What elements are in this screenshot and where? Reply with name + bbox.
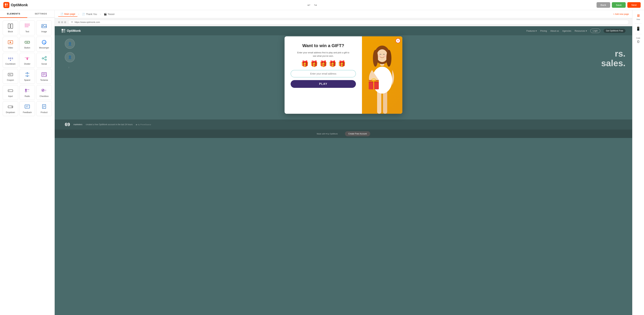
element-video[interactable]: Video	[3, 37, 18, 52]
stats-text: marketers	[73, 123, 82, 126]
element-label-button: Button	[24, 46, 30, 49]
countdown-icon: 3:2:1	[8, 55, 14, 62]
svg-line-26	[44, 59, 45, 60]
element-feedback[interactable]: Feedback	[20, 101, 35, 116]
element-divider[interactable]: Divider	[20, 53, 35, 68]
svg-rect-63	[377, 90, 381, 114]
svg-rect-46	[42, 89, 44, 91]
svg-rect-7	[25, 25, 30, 26]
preview-nav-links: Features ▾ Pricing About us Agencies Res…	[526, 28, 626, 33]
main-layout: ELEMENTS SETTINGS Block	[0, 10, 644, 315]
create-account-btn[interactable]: Create Free Account	[345, 131, 370, 136]
element-image[interactable]: Image	[36, 20, 52, 35]
popup-close-button[interactable]: ✕	[396, 38, 400, 43]
next-button[interactable]: Next	[627, 2, 641, 8]
svg-point-22	[45, 56, 46, 58]
svg-rect-54	[42, 104, 46, 108]
popup-woman-image	[362, 36, 402, 114]
gift-5: 🎁	[338, 60, 346, 67]
coupon-icon: %	[8, 72, 14, 78]
divider-icon	[24, 55, 30, 62]
undo-redo-group: ↩ ↪	[306, 2, 318, 8]
browser-dots	[58, 21, 66, 23]
svg-point-77	[384, 55, 386, 57]
popup-right	[362, 36, 402, 114]
dot-2	[61, 21, 63, 23]
dropdown-icon	[8, 104, 14, 110]
right-panel: 🖥 View 📱 Code ⟨⟩	[632, 10, 644, 315]
element-text[interactable]: Text	[20, 20, 35, 35]
header-center: ↩ ↪	[306, 2, 318, 8]
undo-button[interactable]: ↩	[306, 2, 311, 8]
svg-text:GO: GO	[26, 42, 28, 43]
svg-rect-64	[383, 90, 387, 114]
tab-elements[interactable]: ELEMENTS	[0, 10, 27, 18]
gift-2: 🎁	[310, 60, 318, 67]
element-button[interactable]: GO Button	[20, 37, 35, 52]
save-button[interactable]: Save	[612, 2, 626, 8]
browser-url-bar[interactable]: 👁 https://www.optimonk.com	[68, 20, 629, 24]
element-label-coupon: Coupon	[7, 79, 14, 81]
stats-source: ▶ by ProveSource	[136, 124, 151, 126]
svg-rect-3	[6, 5, 8, 6]
header-actions: Back Save Next	[596, 2, 641, 8]
page-tabs-left: 📄 Main page › 📄 Thank You › 🎬 Teaser	[58, 12, 117, 17]
svg-rect-0	[5, 4, 6, 5]
view-mobile-option[interactable]: 📱	[633, 25, 643, 32]
preview-navbar: OptiMonk Features ▾ Pricing About us Age…	[55, 26, 632, 35]
canvas-area: 📄 Main page › 📄 Thank You › 🎬 Teaser + A…	[55, 10, 632, 315]
code-option[interactable]: Code ⟨⟩	[633, 36, 643, 45]
svg-rect-5	[11, 24, 13, 28]
left-sidebar: ELEMENTS SETTINGS Block	[0, 10, 55, 315]
app-header: OptiMonk ↩ ↪ Back Save Next	[0, 0, 644, 10]
popup-play-button[interactable]: PLAY	[290, 80, 356, 88]
text-icon	[24, 23, 30, 29]
svg-point-76	[378, 55, 381, 57]
element-coupon[interactable]: % Coupon	[3, 69, 18, 84]
footer-text: Made with ♥ by OptiMonk	[317, 133, 338, 135]
website-preview: OptiMonk Features ▾ Pricing About us Age…	[55, 26, 632, 315]
chevron-1: ›	[78, 13, 79, 15]
element-label-dropdown: Dropdown	[6, 111, 15, 114]
element-social[interactable]: Social	[36, 53, 52, 68]
redo-button[interactable]: ↪	[313, 2, 318, 8]
element-label-checkbox: Checkbox	[40, 95, 48, 98]
view-desktop-option[interactable]: 🖥 View	[633, 12, 643, 22]
svg-marker-12	[10, 42, 12, 43]
teaser-icon: 🎬	[104, 13, 107, 16]
url-text: https://www.optimonk.com	[74, 21, 100, 24]
hero-avatars: 👤 👤 ↓	[65, 39, 75, 69]
code-icon: ⟨⟩	[637, 40, 640, 44]
element-input[interactable]: Input	[3, 85, 18, 100]
preview-login-btn: Login	[590, 28, 600, 33]
element-textarea[interactable]: Textarea	[36, 69, 52, 84]
element-label-video: Video	[8, 46, 13, 49]
tab-main-page[interactable]: 📄 Main page	[58, 12, 78, 17]
svg-rect-50	[8, 106, 13, 108]
element-label-block: Block	[8, 30, 13, 33]
element-dropdown[interactable]: Dropdown	[3, 101, 18, 116]
element-countdown[interactable]: 3:2:1 Countdown	[3, 53, 18, 68]
tab-thank-you[interactable]: 📄 Thank You	[80, 12, 99, 16]
element-checkbox[interactable]: Checkbox	[36, 85, 52, 100]
element-radio[interactable]: Radio	[20, 85, 35, 100]
code-label: Code	[636, 37, 640, 39]
eye-icon: 👁	[71, 21, 73, 24]
avatar-2: 👤	[65, 52, 75, 62]
add-page-button[interactable]: + Add new page	[613, 13, 629, 15]
element-product[interactable]: Product	[36, 101, 52, 116]
svg-rect-1	[6, 4, 8, 5]
svg-text:3:2:1: 3:2:1	[8, 57, 13, 60]
tab-teaser[interactable]: 🎬 Teaser	[102, 12, 117, 16]
element-messenger[interactable]: Messenger	[36, 37, 52, 52]
element-spacer[interactable]: Spacer	[20, 69, 35, 84]
dot-3	[64, 21, 66, 23]
preview-logo-text: OptiMonk	[67, 29, 81, 33]
view-label: View	[636, 18, 640, 20]
back-button[interactable]: Back	[596, 2, 610, 8]
popup-email-input[interactable]	[290, 70, 356, 78]
svg-rect-2	[5, 5, 6, 6]
tab-settings[interactable]: SETTINGS	[27, 10, 54, 18]
radio-icon	[24, 88, 30, 94]
element-block[interactable]: Block	[3, 20, 18, 35]
